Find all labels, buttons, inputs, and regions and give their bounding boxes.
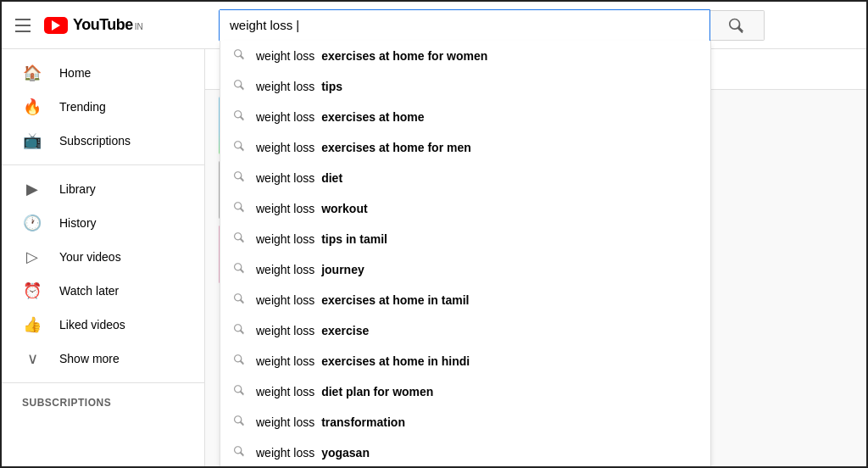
- sidebar-item-liked-videos[interactable]: 👍Liked videos: [2, 308, 204, 342]
- dropdown-suffix-5: workout: [321, 202, 367, 215]
- search-suggestion-icon: [234, 109, 246, 124]
- dropdown-item-12[interactable]: weight loss transformation: [220, 407, 710, 437]
- dropdown-item-5[interactable]: weight loss workout: [220, 193, 710, 224]
- search-button[interactable]: [710, 10, 765, 41]
- dropdown-suffix-9: exercise: [321, 324, 369, 337]
- dropdown-prefix-9: weight loss: [256, 324, 318, 337]
- dropdown-item-text-4: weight loss diet: [256, 171, 342, 185]
- yt-logo-text: YouTube: [73, 16, 133, 34]
- sidebar-item-watch-later[interactable]: ⏰Watch later: [2, 274, 204, 308]
- dropdown-suffix-1: tips: [321, 80, 342, 93]
- sidebar-item-your-videos[interactable]: ▷Your videos: [2, 240, 204, 274]
- yt-icon: [44, 17, 68, 34]
- subscriptions-icon: 📺: [22, 131, 42, 150]
- dropdown-item-text-2: weight loss exercises at home: [256, 110, 425, 124]
- dropdown-item-13[interactable]: weight loss yogasan: [220, 437, 710, 468]
- dropdown-prefix-13: weight loss: [256, 446, 318, 460]
- dropdown-item-9[interactable]: weight loss exercise: [220, 315, 710, 346]
- dropdown-suffix-8: exercises at home in tamil: [321, 293, 469, 307]
- dropdown-item-7[interactable]: weight loss journey: [220, 254, 710, 285]
- dropdown-prefix-0: weight loss: [256, 49, 318, 63]
- show-more-label: Show more: [59, 352, 120, 365]
- dropdown-item-text-13: weight loss yogasan: [256, 446, 370, 460]
- trending-icon: 🔥: [22, 98, 42, 116]
- dropdown-suffix-4: diet: [321, 171, 342, 185]
- search-suggestion-icon: [234, 323, 246, 337]
- search-suggestion-icon: [234, 262, 246, 276]
- dropdown-prefix-4: weight loss: [256, 171, 318, 185]
- dropdown-suffix-13: yogasan: [321, 446, 370, 460]
- search-input-wrapper: weight loss exercises at home for womenw…: [219, 9, 710, 42]
- sidebar-item-show-more[interactable]: ∨ Show more: [2, 342, 204, 376]
- search-dropdown: weight loss exercises at home for womenw…: [220, 41, 711, 469]
- dropdown-item-text-0: weight loss exercises at home for women: [256, 49, 487, 63]
- search-suggestion-icon: [234, 79, 246, 93]
- liked-videos-icon: 👍: [22, 315, 42, 334]
- sidebar-item-subscriptions[interactable]: 📺Subscriptions: [2, 124, 204, 158]
- dropdown-item-11[interactable]: weight loss diet plan for women: [220, 376, 710, 407]
- search-area: weight loss exercises at home for womenw…: [219, 9, 853, 42]
- dropdown-prefix-1: weight loss: [256, 80, 318, 93]
- dropdown-item-0[interactable]: weight loss exercises at home for women: [220, 41, 710, 71]
- hamburger-menu-button[interactable]: [15, 19, 31, 32]
- youtube-logo[interactable]: YouTubeIN: [44, 16, 143, 34]
- search-suggestion-icon: [234, 170, 246, 185]
- dropdown-suffix-12: transformation: [321, 415, 405, 429]
- sidebar-label-subscriptions: Subscriptions: [59, 134, 131, 148]
- header-left: YouTubeIN: [15, 16, 219, 34]
- subscriptions-section-title: SUBSCRIPTIONS: [2, 390, 204, 412]
- sidebar-item-library[interactable]: ▶Library: [2, 172, 204, 206]
- dropdown-prefix-3: weight loss: [256, 141, 318, 154]
- dropdown-item-text-1: weight loss tips: [256, 80, 342, 93]
- search-suggestion-icon: [234, 445, 246, 460]
- search-suggestion-icon: [234, 354, 246, 368]
- sidebar-item-trending[interactable]: 🔥Trending: [2, 90, 204, 124]
- dropdown-prefix-8: weight loss: [256, 293, 318, 307]
- search-suggestion-icon: [234, 140, 246, 154]
- search-suggestion-icon: [234, 384, 246, 398]
- dropdown-suffix-6: tips in tamil: [321, 232, 387, 246]
- sidebar-divider-2: [2, 382, 204, 383]
- dropdown-prefix-7: weight loss: [256, 263, 318, 276]
- yt-play-icon: [44, 17, 68, 34]
- sidebar-item-home[interactable]: 🏠Home: [2, 56, 204, 90]
- library-icon: ▶: [22, 180, 42, 198]
- dropdown-item-4[interactable]: weight loss diet: [220, 163, 710, 193]
- dropdown-item-text-8: weight loss exercises at home in tamil: [256, 293, 469, 307]
- sidebar-label-library: Library: [59, 182, 96, 196]
- dropdown-item-text-7: weight loss journey: [256, 263, 364, 276]
- dropdown-item-6[interactable]: weight loss tips in tamil: [220, 224, 710, 254]
- dropdown-prefix-2: weight loss: [256, 110, 318, 124]
- dropdown-suffix-2: exercises at home: [321, 110, 424, 124]
- sidebar-label-liked-videos: Liked videos: [59, 318, 125, 332]
- search-suggestion-icon: [234, 231, 246, 246]
- chevron-down-icon: ∨: [22, 349, 42, 368]
- sidebar-label-your-videos: Your videos: [59, 250, 121, 264]
- dropdown-item-3[interactable]: weight loss exercises at home for men: [220, 132, 710, 163]
- search-suggestion-icon: [234, 292, 246, 307]
- sidebar-label-history: History: [59, 216, 97, 230]
- dropdown-item-text-11: weight loss diet plan for women: [256, 385, 433, 398]
- dropdown-item-10[interactable]: weight loss exercises at home in hindi: [220, 346, 710, 376]
- sidebar-label-home: Home: [59, 66, 91, 80]
- dropdown-prefix-6: weight loss: [256, 232, 318, 246]
- home-icon: 🏠: [22, 64, 42, 82]
- sidebar-divider-1: [2, 164, 204, 165]
- dropdown-item-text-5: weight loss workout: [256, 202, 368, 215]
- dropdown-prefix-12: weight loss: [256, 415, 318, 429]
- dropdown-item-text-10: weight loss exercises at home in hindi: [256, 354, 470, 368]
- history-icon: 🕐: [22, 214, 42, 232]
- search-suggestion-icon: [234, 415, 246, 429]
- your-videos-icon: ▷: [22, 248, 42, 266]
- dropdown-item-2[interactable]: weight loss exercises at home: [220, 102, 710, 132]
- dropdown-suffix-10: exercises at home in hindi: [321, 354, 470, 368]
- sidebar-label-watch-later: Watch later: [59, 284, 119, 298]
- dropdown-item-1[interactable]: weight loss tips: [220, 71, 710, 102]
- search-suggestion-icon: [234, 201, 246, 215]
- search-suggestion-icon: [234, 48, 246, 63]
- dropdown-suffix-3: exercises at home for men: [321, 141, 471, 154]
- search-input[interactable]: [220, 10, 709, 41]
- sidebar-item-history[interactable]: 🕐History: [2, 206, 204, 240]
- dropdown-suffix-11: diet plan for women: [321, 385, 433, 398]
- dropdown-item-8[interactable]: weight loss exercises at home in tamil: [220, 285, 710, 315]
